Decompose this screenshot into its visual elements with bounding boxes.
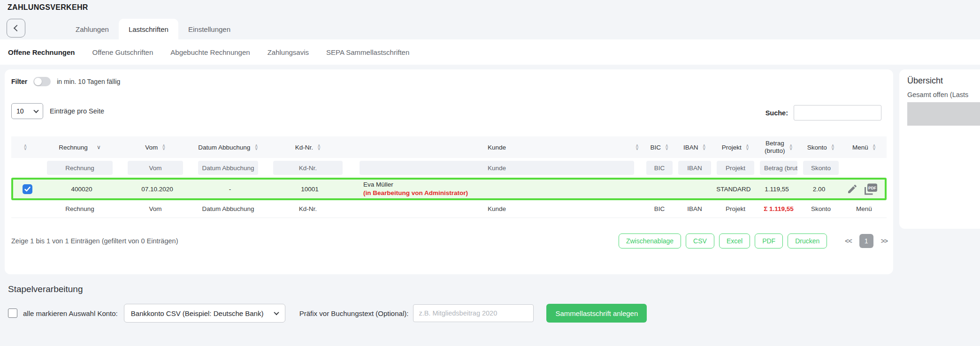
sort-icon[interactable]: ∧∨ (317, 144, 321, 150)
sub-tabs: Offene Rechnungen Offene Gutschriften Ab… (0, 39, 980, 65)
export-pdf-button[interactable]: PDF (755, 233, 783, 248)
footer-vom: Vom (120, 205, 191, 212)
overview-amount-box (907, 102, 980, 126)
bank-account-select[interactable]: Bankkonto CSV (Beispiel: Deutsche Bank) (124, 304, 285, 323)
zahlungsverkehr-screen: ZAHLUNGSVERKEHR Zahlungen Lastschriften … (0, 0, 980, 346)
col-header-skonto[interactable]: Skonto∧∨ (800, 144, 842, 151)
check-icon (24, 187, 31, 192)
pencil-icon (847, 183, 858, 195)
cell-projekt: STANDARD (712, 186, 755, 193)
table-row[interactable]: 400020 07.10.2020 - 10001 Eva Müller (in… (11, 178, 887, 200)
due-filter-toggle[interactable] (33, 77, 51, 86)
col-header-datum-abbuchung[interactable]: Datum Abbuchung∧∨ (191, 144, 266, 151)
last-page-button[interactable]: >> (881, 237, 888, 245)
col-header-rechnung[interactable]: Rechnung∨ (39, 144, 120, 151)
sort-icon[interactable]: ∧∨ (746, 144, 749, 150)
customer-editing-note: (in Bearbeitung von Administrator) (363, 189, 642, 197)
sort-icon[interactable]: ∧∨ (789, 144, 793, 150)
customer-name: Eva Müller (363, 181, 642, 189)
filter-label: Filter (11, 78, 27, 85)
sort-icon[interactable]: ∧∨ (254, 144, 258, 150)
tab-einstellungen[interactable]: Einstellungen (178, 19, 240, 39)
print-button[interactable]: Drucken (788, 233, 827, 248)
filter-input-iban[interactable] (678, 161, 711, 175)
subtab-offene-rechnungen[interactable]: Offene Rechnungen (8, 48, 75, 56)
col-header-select[interactable]: ∧∨ (11, 144, 39, 150)
chevron-down-icon (33, 108, 38, 113)
cell-menu: PDF (840, 183, 885, 196)
due-filter-label: in min. 10 Tagen fällig (57, 78, 120, 85)
subtab-sepa-sammellastschriften[interactable]: SEPA Sammellastschriften (326, 48, 409, 56)
main-tabs: Zahlungen Lastschriften Einstellungen (66, 19, 240, 39)
filter-input-kunde[interactable] (360, 161, 634, 175)
search-input[interactable] (794, 105, 881, 120)
cell-rechnung: 400020 (41, 186, 122, 193)
table-header-row: ∧∨ Rechnung∨ Vom∧∨ Datum Abbuchung∧∨ Kd-… (11, 136, 887, 158)
filter-input-rechnung[interactable] (47, 161, 113, 175)
sort-icon[interactable]: ∧∨ (162, 144, 165, 150)
export-csv-button[interactable]: CSV (686, 233, 714, 248)
export-excel-button[interactable]: Excel (719, 233, 750, 248)
prefix-label: Präfix vor Buchungstext (Optional): (299, 309, 409, 317)
first-page-button[interactable]: << (845, 237, 851, 245)
pdf-button[interactable]: PDF (863, 183, 878, 196)
sort-icon[interactable]: ∧∨ (635, 144, 639, 150)
filter-input-bic[interactable] (646, 161, 673, 175)
filter-input-betrag[interactable] (760, 161, 797, 175)
col-header-menu[interactable]: Menü∧∨ (842, 144, 887, 151)
col-header-bic[interactable]: BIC∧∨ (643, 144, 675, 151)
filter-input-skonto[interactable] (803, 161, 839, 175)
table-filter-row (11, 158, 887, 178)
toggle-knob (34, 78, 42, 85)
sort-icon[interactable]: ∧∨ (703, 144, 706, 150)
pagesize-label: Einträge pro Seite (50, 107, 104, 115)
footer-rechnung: Rechnung (39, 205, 120, 212)
tab-zahlungen[interactable]: Zahlungen (66, 19, 119, 39)
table-footer-row: Rechnung Vom Datum Abbuchung Kd-Nr. Kund… (11, 200, 887, 218)
subtab-abgebuchte-rechnungen[interactable]: Abgebuchte Rechnungen (170, 48, 250, 56)
page-title: ZAHLUNGSVERKEHR (8, 3, 88, 12)
tab-lastschriften[interactable]: Lastschriften (119, 19, 178, 39)
search-label: Suche: (766, 109, 788, 117)
subtab-offene-gutschriften[interactable]: Offene Gutschriften (92, 48, 153, 56)
col-header-iban[interactable]: IBAN∧∨ (675, 144, 714, 151)
cell-datum-abbuchung: - (192, 186, 268, 193)
pagesize-select[interactable]: 10 (11, 103, 43, 119)
select-all-label: alle markieren Auswahl Konto: (23, 309, 118, 317)
row-checkbox[interactable] (23, 184, 32, 194)
sort-icon[interactable]: ∧∨ (665, 144, 668, 150)
chevron-left-icon (13, 25, 20, 31)
copy-clipboard-button[interactable]: Zwischenablage (619, 233, 681, 248)
col-header-vom[interactable]: Vom∧∨ (120, 144, 191, 151)
cell-kunde: Eva Müller (in Bearbeitung von Administr… (352, 181, 642, 197)
batch-section-title: Stapelverarbeitung (8, 284, 83, 294)
col-header-betrag[interactable]: Betrag(brutto)∧∨ (757, 140, 800, 154)
sort-desc-icon[interactable]: ∨ (97, 144, 101, 150)
col-header-kunde[interactable]: Kunde∧∨ (350, 144, 643, 151)
footer-projekt: Projekt (714, 205, 757, 212)
search-row: Suche: (766, 105, 881, 120)
filter-input-projekt[interactable] (717, 161, 754, 175)
col-header-projekt[interactable]: Projekt∧∨ (714, 144, 757, 151)
footer-kunde: Kunde (350, 205, 643, 212)
prefix-input[interactable] (413, 304, 534, 322)
sort-icon[interactable]: ∧∨ (831, 144, 835, 150)
chevron-down-icon (274, 310, 279, 315)
sort-icon[interactable]: ∧∨ (873, 144, 876, 150)
current-page-button[interactable]: 1 (859, 234, 873, 248)
bank-account-value: Bankkonto CSV (Beispiel: Deutsche Bank) (131, 309, 264, 317)
cell-vom: 07.10.2020 (122, 186, 192, 193)
edit-button[interactable] (847, 183, 858, 195)
select-all-checkbox[interactable] (8, 308, 17, 318)
footer-skonto: Skonto (800, 205, 842, 212)
filter-input-vom[interactable] (128, 161, 183, 175)
create-direct-debit-button[interactable]: Sammellastschrift anlegen (546, 304, 647, 323)
filter-row: Filter in min. 10 Tagen fällig (11, 77, 120, 86)
filter-input-kdnr[interactable] (273, 161, 343, 175)
sort-icon[interactable]: ∧∨ (23, 144, 27, 150)
subtab-zahlungsavis[interactable]: Zahlungsavis (268, 48, 309, 56)
footer-iban: IBAN (675, 205, 714, 212)
filter-input-datum-abbuchung[interactable] (198, 161, 258, 175)
back-button[interactable] (7, 19, 25, 38)
col-header-kdnr[interactable]: Kd-Nr.∧∨ (266, 144, 350, 151)
